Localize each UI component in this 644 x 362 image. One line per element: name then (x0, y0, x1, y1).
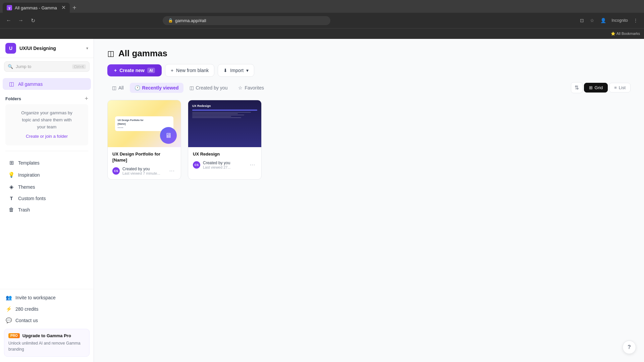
all-gammas-icon: ◫ (8, 81, 15, 87)
new-tab-button[interactable]: + (70, 3, 79, 13)
folders-section: Folders + Organize your gammas bytopic a… (0, 93, 94, 148)
cards-grid: UX Design Portfolio for [Name] ■ ■ ■ ■ 🖥… (94, 100, 644, 180)
create-new-button[interactable]: + Create new AI (107, 64, 162, 76)
filter-tab-created-by-you[interactable]: ◫ Created by you (185, 83, 232, 93)
folders-header: Folders + (5, 96, 88, 102)
chevron-down-icon[interactable]: ▾ (86, 46, 88, 51)
sidebar-item-themes[interactable]: ◈ Themes (3, 181, 91, 193)
card-avatar-2: CS (193, 161, 200, 169)
recently-viewed-icon: 🕐 (135, 85, 140, 90)
search-shortcut: Ctrl+K (72, 64, 86, 69)
card-body-1: UX Design Portfolio for [Name] CS Create… (108, 147, 181, 179)
themes-icon: ◈ (8, 184, 15, 190)
jump-to-search[interactable]: 🔍 Jump to Ctrl+K (4, 61, 90, 72)
preview-subtitle-text: [Name] (118, 123, 171, 125)
sort-button[interactable]: ⇅ (571, 82, 583, 93)
preview-line-4 (192, 116, 231, 117)
credits-item[interactable]: ⚡ 280 credits (0, 303, 94, 315)
card-footer-2: CS Created by you Last viewed 27... ··· (193, 161, 257, 169)
upgrade-title: Upgrade to Gamma Pro (22, 333, 71, 338)
bookmark-button[interactable]: ☆ (588, 16, 596, 24)
import-icon: ⬇ (223, 68, 227, 73)
profile-button[interactable]: 👤 (598, 16, 608, 24)
card-author-2: Created by you (203, 161, 246, 165)
sidebar-nav: ◫ All gammas (0, 75, 94, 93)
card-title-2: UX Redesign (193, 151, 257, 157)
tab-favicon (7, 5, 12, 10)
add-folder-button[interactable]: + (85, 96, 88, 102)
active-tab[interactable]: All gammas - Gamma ✕ (3, 3, 70, 13)
card-menu-button-2[interactable]: ··· (249, 161, 257, 169)
card-preview-1: UX Design Portfolio for [Name] ■ ■ ■ ■ 🖥 (108, 100, 181, 147)
sidebar-item-templates[interactable]: ⊞ Templates (3, 157, 91, 169)
upgrade-header: PRO Upgrade to Gamma Pro (8, 333, 85, 338)
grid-label: Grid (595, 85, 603, 90)
preview-dark-title: UX Redesign (192, 104, 257, 108)
sidebar-item-trash[interactable]: 🗑 Trash (3, 204, 91, 216)
preview-bar (192, 110, 257, 111)
import-chevron-icon: ▾ (246, 68, 249, 73)
preview-circle-icon: 🖥 (160, 127, 177, 144)
list-view-button[interactable]: ≡ List (609, 83, 631, 93)
import-button[interactable]: ⬇ Import ▾ (218, 64, 254, 77)
card-footer-1: CS Created by you Last viewed 7 minute..… (112, 167, 176, 175)
forward-button[interactable]: → (16, 16, 25, 25)
card-meta-2: Created by you Last viewed 27... (203, 161, 246, 169)
pro-badge: PRO (8, 333, 20, 338)
card-preview-2: UX Redesign (188, 100, 261, 147)
trash-icon: 🗑 (8, 207, 15, 213)
inspiration-icon: 💡 (8, 172, 15, 178)
sidebar-item-inspiration[interactable]: 💡 Inspiration (3, 169, 91, 181)
contact-us-item[interactable]: 💬 Contact us (0, 315, 94, 326)
search-icon: 🔍 (8, 64, 13, 69)
sidebar-resize-handle[interactable] (92, 39, 94, 362)
bookmarks-bar: ⭐ All Bookmarks (0, 28, 644, 39)
favorites-icon: ☆ (238, 85, 243, 90)
invite-label: Invite to workspace (15, 295, 56, 300)
browser-chrome: All gammas - Gamma ✕ + ← → ↻ 🔒 gamma.app… (0, 0, 644, 39)
search-placeholder-text: Jump to (16, 64, 69, 69)
sidebar: U UX/UI Designing ▾ 🔍 Jump to Ctrl+K ◫ A… (0, 39, 94, 362)
main-header: ◫ All gammas (94, 39, 644, 64)
workspace-header[interactable]: U UX/UI Designing ▾ (0, 39, 94, 58)
inspiration-label: Inspiration (18, 172, 40, 178)
sidebar-item-all-gammas[interactable]: ◫ All gammas (3, 78, 91, 90)
create-plus-icon: + (114, 68, 117, 73)
preview-lines (192, 112, 257, 118)
extensions-button[interactable]: ⋮ (631, 16, 640, 24)
trash-label: Trash (18, 207, 30, 213)
app-wrapper: U UX/UI Designing ▾ 🔍 Jump to Ctrl+K ◫ A… (0, 0, 644, 362)
cast-button[interactable]: ⊡ (578, 16, 586, 24)
favorites-label: Favorites (245, 85, 264, 90)
filter-tab-favorites[interactable]: ☆ Favorites (233, 83, 269, 93)
new-from-blank-button[interactable]: + New from blank (165, 64, 214, 77)
upgrade-section[interactable]: PRO Upgrade to Gamma Pro Unlock unlimite… (4, 329, 90, 357)
page-title: All gammas (118, 48, 167, 59)
invite-workspace-item[interactable]: 👥 Invite to workspace (0, 292, 94, 303)
folders-empty-state: Organize your gammas bytopic and share t… (5, 104, 88, 145)
sidebar-divider-1 (5, 151, 88, 151)
preview-line-1 (192, 112, 251, 113)
tab-bar: All gammas - Gamma ✕ + (0, 0, 644, 13)
created-by-you-label: Created by you (196, 85, 228, 90)
folders-title: Folders (5, 96, 21, 101)
card-ux-redesign[interactable]: UX Redesign UX Redesign CS (188, 100, 262, 180)
card-ux-design-portfolio[interactable]: UX Design Portfolio for [Name] ■ ■ ■ ■ 🖥… (107, 100, 181, 180)
filter-tab-recently-viewed[interactable]: 🕐 Recently viewed (130, 83, 183, 93)
reload-button[interactable]: ↻ (28, 16, 38, 25)
tab-close-button[interactable]: ✕ (61, 5, 66, 10)
url-bar[interactable]: 🔒 gamma.app/#all (163, 16, 330, 25)
grid-view-button[interactable]: ⊞ Grid (584, 83, 608, 93)
card-time-1: Last viewed 7 minute... (122, 171, 165, 175)
filter-tab-all[interactable]: ◫ All (107, 83, 128, 93)
back-button[interactable]: ← (4, 16, 13, 25)
credits-icon: ⚡ (5, 306, 12, 312)
workspace-avatar: U (5, 43, 16, 54)
create-join-folder-link[interactable]: Create or join a folder (11, 133, 83, 140)
help-button[interactable]: ? (623, 341, 636, 354)
workspace-name: UX/UI Designing (19, 46, 83, 51)
card-menu-button-1[interactable]: ··· (168, 167, 176, 175)
preview-line-5 (192, 117, 241, 118)
filter-bar: ◫ All 🕐 Recently viewed ◫ Created by you… (94, 82, 644, 100)
sidebar-item-custom-fonts[interactable]: T Custom fonts (3, 193, 91, 204)
